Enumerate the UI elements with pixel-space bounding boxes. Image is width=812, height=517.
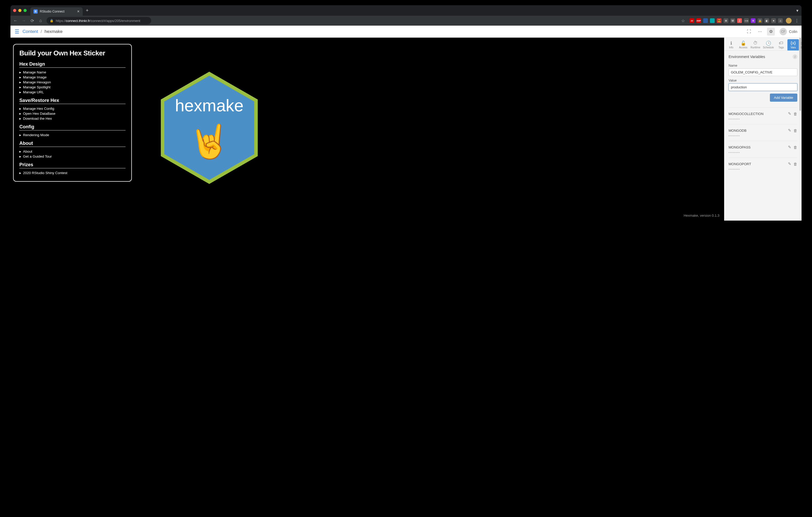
sidebar-item[interactable]: Manage Spotlight: [19, 85, 125, 90]
tab-title: RStudio Connect: [40, 10, 65, 13]
sidebar-item[interactable]: Manage Name: [19, 70, 125, 75]
app-title: Build your Own Hex Sticker: [19, 49, 125, 57]
browser-tab[interactable]: R RStudio Connect ×: [30, 7, 83, 16]
panel-tab-logs[interactable]: ≣Lo: [800, 39, 802, 51]
panel-tab-label: Info: [729, 46, 733, 49]
extension-icon[interactable]: ✲: [751, 18, 755, 23]
bookmark-star-icon[interactable]: ☆: [681, 18, 685, 23]
tab-dropdown-icon[interactable]: ▾: [796, 8, 799, 13]
sidebar-item[interactable]: Rendering Mode: [19, 132, 125, 138]
name-input[interactable]: [729, 68, 798, 76]
name-label: Name: [729, 64, 798, 67]
fullscreen-icon[interactable]: ⛶: [745, 28, 753, 35]
variable-name: MONGOCOLLECTION: [729, 112, 786, 116]
delete-icon[interactable]: 🗑: [793, 128, 798, 133]
tab-close-icon[interactable]: ×: [77, 9, 80, 13]
value-label: Value: [729, 79, 798, 82]
sidebar-item[interactable]: Manage Image: [19, 75, 125, 80]
home-button[interactable]: ⌂: [38, 18, 43, 23]
extension-icon[interactable]: ✦: [771, 18, 776, 23]
variable-value-hidden: ••••••••: [729, 134, 798, 137]
sidebar-item[interactable]: Get a Guided Tour: [19, 154, 125, 159]
new-tab-button[interactable]: +: [86, 8, 89, 13]
panel-tab-label: Lo: [801, 46, 802, 49]
extension-icon[interactable]: 2: [737, 18, 742, 23]
back-button[interactable]: ←: [13, 18, 18, 23]
delete-icon[interactable]: 🗑: [793, 145, 798, 150]
extension-icon[interactable]: ABP: [696, 18, 701, 23]
reload-button[interactable]: ⟳: [30, 18, 34, 23]
panel-body: Environment Variables i Name Value Add V…: [724, 51, 802, 221]
extension-icon[interactable]: 🔒: [758, 18, 762, 23]
forward-button[interactable]: →: [22, 18, 26, 23]
edit-icon[interactable]: ✎: [788, 145, 791, 150]
edit-icon[interactable]: ✎: [788, 161, 791, 166]
window-close-button[interactable]: [13, 9, 16, 12]
breadcrumb-separator: /: [41, 29, 42, 34]
extension-icon[interactable]: 😎: [717, 18, 722, 23]
value-input[interactable]: [729, 83, 798, 91]
extension-icon[interactable]: ⟿: [744, 18, 749, 23]
sidebar-item[interactable]: Open Hex DataBase: [19, 111, 125, 116]
browser-menu-icon[interactable]: ⋮: [795, 18, 799, 23]
extension-icon[interactable]: M: [730, 18, 735, 23]
section-heading: Save/Restore Hex: [19, 98, 125, 104]
section-heading: Config: [19, 124, 125, 130]
edit-icon[interactable]: ✎: [788, 111, 791, 116]
user-badge[interactable]: CF Colin: [780, 28, 798, 35]
breadcrumb-root[interactable]: Content: [23, 29, 38, 34]
settings-panel: ℹInfo🔓Access⏱Runtime🕒Schedule🏷Tags{x}Var…: [724, 38, 802, 221]
delete-icon[interactable]: 🗑: [793, 162, 798, 166]
delete-icon[interactable]: 🗑: [793, 112, 798, 116]
edit-icon[interactable]: ✎: [788, 128, 791, 133]
sidebar-item[interactable]: Manage Hex Config: [19, 106, 125, 111]
variable-value-hidden: ••••••••: [729, 118, 798, 121]
panel-tab-vars[interactable]: {x}Vars: [787, 39, 799, 51]
panel-tabs: ℹInfo🔓Access⏱Runtime🕒Schedule🏷Tags{x}Var…: [724, 38, 802, 51]
browser-toolbar: ← → ⟳ ⌂ 🔒 https://connect.thinkr.fr/conn…: [10, 16, 802, 26]
window-maximize-button[interactable]: [24, 9, 27, 12]
url-scheme: https://: [56, 19, 66, 23]
hex-emoji: 🤘: [189, 122, 230, 161]
panel-tab-info[interactable]: ℹInfo: [725, 39, 737, 51]
section-heading: About: [19, 141, 125, 147]
panel-tab-schedule[interactable]: 🕒Schedule: [762, 39, 775, 51]
panel-tab-access[interactable]: 🔓Access: [737, 39, 749, 51]
sidebar-item[interactable]: About: [19, 149, 125, 154]
extension-icon[interactable]: [703, 18, 708, 23]
extension-icon[interactable]: ✲: [724, 18, 728, 23]
gear-icon[interactable]: ⚙: [767, 28, 775, 35]
panel-tab-tags[interactable]: 🏷Tags: [775, 39, 787, 51]
info-icon[interactable]: i: [793, 54, 798, 59]
url-bar[interactable]: 🔒 https://connect.thinkr.fr/connect/#/ap…: [47, 17, 151, 24]
variable-name: MONGOPORT: [729, 162, 786, 166]
sidebar-item[interactable]: Download the Hex: [19, 116, 125, 121]
panel-tab-runtime[interactable]: ⏱Runtime: [750, 39, 761, 51]
sidebar-item[interactable]: Manage URL: [19, 90, 125, 95]
breadcrumb: Content / hexmake: [23, 29, 62, 34]
vars-icon: {x}: [790, 40, 796, 46]
profile-avatar[interactable]: [786, 18, 791, 24]
runtime-icon: ⏱: [753, 40, 758, 46]
add-variable-button[interactable]: Add Variable: [770, 94, 798, 102]
variable-name: MONGODB: [729, 129, 786, 132]
sidebar-item[interactable]: Manage Hexagon: [19, 80, 125, 85]
section-items: 2020 RStudio Shiny Contest: [19, 171, 125, 175]
more-menu-icon[interactable]: ⋯: [756, 28, 764, 35]
info-icon: ℹ: [730, 40, 732, 46]
section-items: Rendering Mode: [19, 132, 125, 138]
variable-row: MONGODB✎🗑••••••••: [729, 124, 798, 141]
extension-icon[interactable]: 22: [690, 18, 694, 23]
app-sidebar: Build your Own Hex Sticker Hex DesignMan…: [13, 44, 132, 182]
extension-icon[interactable]: ♫: [778, 18, 783, 23]
avatar: CF: [780, 28, 787, 35]
window-minimize-button[interactable]: [18, 9, 22, 12]
panel-tab-label: Access: [739, 46, 747, 49]
hamburger-icon[interactable]: ☰: [14, 29, 19, 35]
extension-icon[interactable]: ◐: [764, 18, 769, 23]
extension-icon[interactable]: [710, 18, 715, 23]
sidebar-item[interactable]: 2020 RStudio Shiny Contest: [19, 171, 125, 175]
tab-favicon: R: [33, 9, 38, 13]
panel-title: Environment Variables: [729, 55, 765, 59]
hex-label: hexmake: [175, 96, 243, 115]
